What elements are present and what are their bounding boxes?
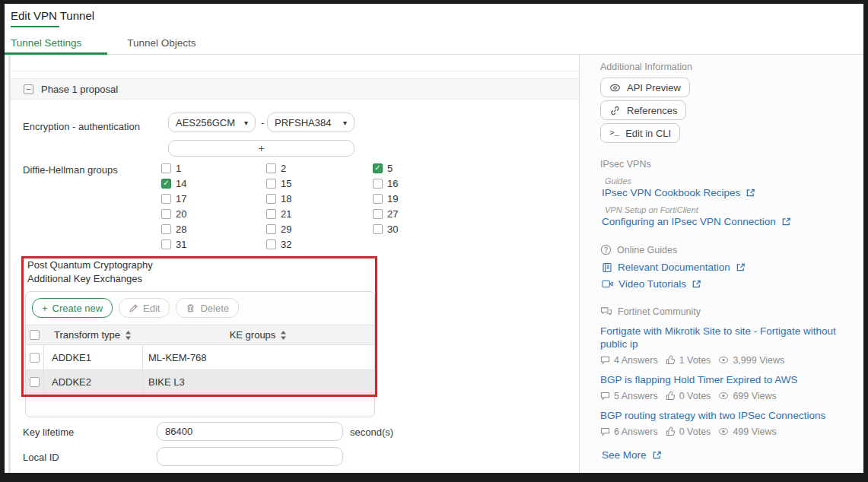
thread-stats: 5 Answers 0 Votes 699 Views xyxy=(600,391,863,401)
column-header-ke-groups[interactable]: KE groups xyxy=(142,325,374,344)
key-lifetime-input[interactable] xyxy=(157,422,343,441)
additional-information-heading: Additional Information xyxy=(600,62,863,72)
checkbox-icon[interactable] xyxy=(266,209,276,219)
pqc-title: Post Quantum Cryptography xyxy=(27,259,153,271)
dh-group-14[interactable]: 14 xyxy=(161,178,266,189)
online-guides-heading: Online Guides xyxy=(600,244,863,255)
local-id-label: Local ID xyxy=(23,452,59,463)
checkbox-icon[interactable] xyxy=(266,163,276,173)
phase1-proposal-section-header[interactable]: − Phase 1 proposal xyxy=(11,78,579,100)
dh-group-21[interactable]: 21 xyxy=(266,208,373,220)
fortinet-community-heading: Fortinet Community xyxy=(600,306,863,317)
transform-type-cell: ADDKE2 xyxy=(52,376,91,388)
header: Edit VPN Tunnel Tunnel Settings Tunnel O… xyxy=(5,4,863,55)
checkbox-icon[interactable] xyxy=(161,194,171,204)
select-all-checkbox[interactable] xyxy=(30,330,40,340)
row-checkbox[interactable] xyxy=(30,353,40,363)
checkbox-icon[interactable] xyxy=(161,163,171,173)
divider xyxy=(11,71,579,71)
add-proposal-button[interactable]: + xyxy=(168,140,355,157)
authentication-select[interactable]: PRFSHA384 ▾ xyxy=(267,113,355,132)
see-more-link[interactable]: See More xyxy=(602,449,662,461)
external-link-icon xyxy=(692,279,701,289)
checkbox-icon[interactable] xyxy=(266,239,276,249)
checkbox-icon[interactable] xyxy=(373,209,383,219)
dh-group-16[interactable]: 16 xyxy=(373,178,456,189)
dh-group-30[interactable]: 30 xyxy=(373,224,456,235)
dh-group-19[interactable]: 19 xyxy=(373,193,456,205)
cookbook-recipes-link[interactable]: IPsec VPN Cookbook Recipes xyxy=(602,187,755,198)
video-tutorials-link[interactable]: Video Tutorials xyxy=(602,278,701,290)
checkbox-icon[interactable] xyxy=(161,179,171,189)
checkbox-icon[interactable] xyxy=(373,224,383,234)
link-icon xyxy=(609,105,621,116)
section-title: Phase 1 proposal xyxy=(41,84,118,95)
thread-stats: 6 Answers 0 Votes 499 Views xyxy=(600,427,863,437)
dh-group-32[interactable]: 32 xyxy=(266,239,373,250)
votes-icon xyxy=(666,427,676,436)
delete-button[interactable]: Delete xyxy=(176,298,239,318)
table-row-addke1[interactable]: ADDKE1 ML-KEM-768 xyxy=(26,344,374,369)
dh-group-27[interactable]: 27 xyxy=(373,208,456,220)
local-id-input[interactable] xyxy=(157,447,343,466)
encryption-authentication-label: Encryption - authentication xyxy=(23,121,140,132)
tab-bar: Tunnel Settings Tunnel Objects xyxy=(5,33,208,55)
chevron-down-icon: ▾ xyxy=(343,119,347,127)
additional-key-exchanges-panel: + Create new Edit Delete Transform type xyxy=(25,291,375,417)
edit-button[interactable]: Edit xyxy=(119,298,170,318)
checkbox-icon[interactable] xyxy=(161,209,171,219)
dh-group-18[interactable]: 18 xyxy=(266,193,373,205)
dh-group-17[interactable]: 17 xyxy=(161,193,266,205)
external-link-icon xyxy=(781,217,791,227)
answers-icon xyxy=(600,392,610,401)
dh-group-15[interactable]: 15 xyxy=(266,178,373,189)
checkbox-icon[interactable] xyxy=(373,163,383,173)
answers-icon xyxy=(600,427,610,436)
checkbox-icon[interactable] xyxy=(373,179,383,189)
configuring-ipsec-link[interactable]: Configuring an IPsec VPN Connection xyxy=(602,216,791,227)
tab-tunnel-objects[interactable]: Tunnel Objects xyxy=(107,33,208,55)
checkbox-icon[interactable] xyxy=(266,194,276,204)
external-link-icon xyxy=(736,262,746,272)
edit-in-cli-button[interactable]: >_ Edit in CLI xyxy=(600,123,680,143)
checkbox-icon[interactable] xyxy=(266,224,276,234)
thread-title-link[interactable]: BGP is flapping Hold Timer Expired to AW… xyxy=(600,374,863,387)
table-row-addke2[interactable]: ADDKE2 BIKE L3 xyxy=(26,369,374,395)
dh-group-1[interactable]: 1 xyxy=(161,163,266,174)
collapse-icon[interactable]: − xyxy=(24,84,33,94)
checkbox-icon[interactable] xyxy=(161,239,171,249)
dh-group-28[interactable]: 28 xyxy=(161,224,266,235)
row-checkbox[interactable] xyxy=(30,377,40,387)
guides-caption: Guides xyxy=(605,176,863,186)
ke-groups-cell: BIKE L3 xyxy=(148,376,185,388)
api-preview-button[interactable]: API Preview xyxy=(600,78,690,97)
encryption-select[interactable]: AES256GCM ▾ xyxy=(168,113,256,132)
tab-tunnel-settings[interactable]: Tunnel Settings xyxy=(5,33,107,55)
dh-group-20[interactable]: 20 xyxy=(161,208,266,220)
dh-group-31[interactable]: 31 xyxy=(161,239,266,250)
community-thread: BGP is flapping Hold Timer Expired to AW… xyxy=(600,374,863,401)
plus-icon: + xyxy=(42,303,48,314)
tunnel-settings-form: − Phase 1 proposal Encryption - authenti… xyxy=(8,55,580,473)
checkbox-icon[interactable] xyxy=(161,224,171,234)
screenshot-frame: Edit VPN Tunnel Tunnel Settings Tunnel O… xyxy=(0,0,868,482)
ake-table: Transform type KE groups ADDKE1 ML-KEM-7… xyxy=(26,325,374,395)
eye-icon xyxy=(609,82,621,94)
checkbox-icon[interactable] xyxy=(373,194,383,204)
transform-type-cell: ADDKE1 xyxy=(52,352,91,363)
column-header-transform-type[interactable]: Transform type xyxy=(43,325,142,344)
thread-title-link[interactable]: BGP routing strategy with two IPSec Conn… xyxy=(600,410,863,423)
dh-group-2[interactable]: 2 xyxy=(266,163,373,174)
relevant-documentation-link[interactable]: Relevant Documentation xyxy=(602,262,746,273)
checkbox-icon[interactable] xyxy=(266,179,276,189)
encryption-value: AES256GCM xyxy=(176,117,235,128)
separator-dash: - xyxy=(261,117,264,128)
references-button[interactable]: References xyxy=(600,100,686,120)
create-new-button[interactable]: + Create new xyxy=(32,298,113,318)
help-sidebar: Additional Information API Preview Refer… xyxy=(580,55,863,473)
title-underline xyxy=(11,26,59,27)
dh-group-5[interactable]: 5 xyxy=(373,163,456,174)
app-window: Edit VPN Tunnel Tunnel Settings Tunnel O… xyxy=(5,4,863,473)
thread-title-link[interactable]: Fortigate with Mikrotik Site to site - F… xyxy=(600,325,863,351)
dh-group-29[interactable]: 29 xyxy=(266,224,373,235)
